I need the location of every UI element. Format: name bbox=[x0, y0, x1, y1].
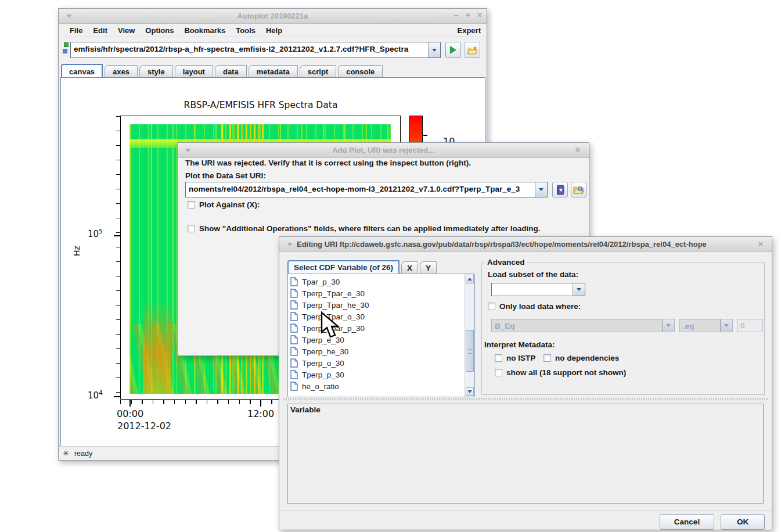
where-value-field[interactable]: 0 bbox=[737, 319, 763, 332]
uri-dropdown-button[interactable] bbox=[535, 182, 547, 197]
variable-tabs: Select CDF Variable (of 26) X Y bbox=[287, 260, 437, 274]
close-button[interactable]: × bbox=[573, 145, 583, 154]
only-load-where-checkbox[interactable] bbox=[488, 303, 495, 310]
scrollbar-thumb[interactable] bbox=[466, 330, 474, 372]
subset-dropdown-button[interactable] bbox=[573, 283, 585, 296]
tab[interactable]: style bbox=[139, 65, 173, 77]
where-op-value[interactable]: .eq bbox=[680, 319, 720, 332]
tab[interactable]: data bbox=[215, 65, 247, 77]
plot-against-checkbox-row[interactable]: Plot Against (X): bbox=[188, 200, 260, 209]
variable-list-item[interactable]: Tperp_Tpar_he_30 bbox=[290, 299, 474, 311]
tab[interactable]: canvas bbox=[61, 64, 103, 77]
tab[interactable]: metadata bbox=[249, 65, 298, 77]
tab[interactable]: console bbox=[338, 65, 383, 77]
list-scrollbar[interactable] bbox=[465, 274, 474, 397]
menu-item[interactable]: Tools bbox=[231, 25, 261, 36]
interpret-metadata-label: Interpret Metadata: bbox=[484, 340, 555, 349]
window-title: Autoplot 20190221a bbox=[59, 12, 487, 20]
menu-item[interactable]: File bbox=[64, 25, 88, 36]
y-axis-label: Hz bbox=[72, 246, 81, 256]
x-axis-date: 2012-12-02 bbox=[117, 420, 171, 432]
variable-list-item[interactable]: Tperp_Tpar_o_30 bbox=[290, 311, 474, 322]
show-operations-checkbox[interactable] bbox=[188, 225, 195, 232]
variable-list-item[interactable]: Tperp_he_30 bbox=[290, 346, 474, 357]
dataset-uri-input[interactable]: noments/rel04/2012/rbspa_rel04_ect-hope-… bbox=[186, 182, 535, 197]
x-tick-0000: 00:00 bbox=[117, 408, 143, 419]
menubar: FileEditViewOptionsBookmarksToolsHelp Ex… bbox=[59, 24, 487, 37]
tab[interactable]: axes bbox=[105, 65, 138, 77]
rejected-message: The URI was rejected. Verify that it is … bbox=[185, 159, 471, 167]
tab-select-cdf-variable[interactable]: Select CDF Variable (of 26) bbox=[287, 260, 400, 274]
x-tick-1200: 12:00 bbox=[247, 408, 274, 419]
dialog-titlebar[interactable]: Editing URI ftp://cdaweb.gsfc.nasa.gov/p… bbox=[279, 237, 772, 252]
window-menu-icon[interactable] bbox=[287, 243, 293, 246]
file-icon bbox=[290, 289, 298, 298]
where-field-value[interactable]: B_Eq bbox=[492, 319, 662, 332]
where-op-dropdown[interactable] bbox=[720, 319, 732, 332]
close-button[interactable]: × bbox=[477, 10, 482, 20]
uri-address-combo[interactable]: emfisis/hfr/spectra/2012/rbsp-a_hfr-spec… bbox=[70, 42, 441, 58]
no-istp-checkbox[interactable] bbox=[495, 354, 502, 362]
dialog-titlebar[interactable]: Add Plot, URI was rejected... × bbox=[178, 143, 589, 158]
no-dependencies-row[interactable]: no dependencies bbox=[544, 354, 619, 362]
variable-list-item[interactable]: Tperp_p_30 bbox=[290, 369, 474, 380]
tab-x[interactable]: X bbox=[401, 261, 418, 274]
maximize-button[interactable]: + bbox=[466, 10, 470, 20]
ok-button[interactable]: OK bbox=[721, 514, 765, 530]
plot-go-button[interactable] bbox=[445, 42, 461, 58]
folder-icon bbox=[467, 46, 478, 55]
tab[interactable]: script bbox=[300, 65, 336, 77]
split-pane-divider[interactable] bbox=[283, 398, 768, 401]
where-field-combo[interactable]: B_Eq bbox=[491, 319, 675, 332]
dialog-title: Add Plot, URI was rejected... bbox=[178, 146, 589, 154]
busy-spinner-icon: ✳ bbox=[63, 449, 69, 458]
uri-dropdown-button[interactable] bbox=[428, 42, 440, 57]
tab[interactable]: layout bbox=[175, 65, 213, 77]
cancel-button[interactable]: Cancel bbox=[660, 514, 714, 530]
menu-item[interactable]: Bookmarks bbox=[179, 25, 231, 36]
dataset-uri-combo[interactable]: noments/rel04/2012/rbspa_rel04_ect-hope-… bbox=[185, 182, 548, 197]
tab-y[interactable]: Y bbox=[420, 261, 437, 274]
show-operations-label: Show "Additional Operations" fields, whe… bbox=[199, 224, 540, 233]
cdf-variable-list[interactable]: Tpar_p_30 Tperp_Tpar_e_30 Tperp_Tpar_he_… bbox=[287, 274, 475, 397]
plot-against-checkbox[interactable] bbox=[188, 201, 195, 209]
only-load-where-label: Only load data where: bbox=[499, 302, 581, 311]
variable-list-item[interactable]: Tperp_Tpar_e_30 bbox=[290, 287, 474, 299]
no-dependencies-checkbox[interactable] bbox=[544, 354, 551, 362]
menu-item[interactable]: Options bbox=[140, 25, 179, 36]
titlebar[interactable]: Autoplot 20190221a – + × bbox=[59, 9, 487, 24]
menu-item[interactable]: View bbox=[113, 25, 140, 36]
variable-list-item[interactable]: Tpar_p_30 bbox=[290, 276, 474, 287]
scroll-down-button[interactable] bbox=[466, 387, 474, 396]
show-operations-checkbox-row[interactable]: Show "Additional Operations" fields, whe… bbox=[188, 224, 540, 233]
only-load-where-row[interactable]: Only load data where: bbox=[488, 302, 581, 311]
show-all-row[interactable]: show all (18 support not shown) bbox=[495, 368, 626, 377]
no-istp-row[interactable]: no ISTP bbox=[495, 354, 535, 362]
variable-list-item[interactable]: Tperp_Tpar_p_30 bbox=[290, 322, 474, 334]
file-icon bbox=[290, 370, 298, 379]
where-op-combo[interactable]: .eq bbox=[679, 319, 733, 332]
uri-input[interactable]: emfisis/hfr/spectra/2012/rbsp-a_hfr-spec… bbox=[71, 42, 428, 57]
variable-list-item[interactable]: Tperp_e_30 bbox=[290, 334, 474, 346]
inspect-button[interactable] bbox=[571, 182, 586, 197]
scroll-up-button[interactable] bbox=[466, 275, 474, 283]
variable-list-item[interactable]: he_o_ratio bbox=[290, 380, 474, 392]
expert-mode-label[interactable]: Expert bbox=[458, 26, 481, 35]
close-button[interactable]: × bbox=[755, 239, 766, 249]
menu-item[interactable]: Edit bbox=[88, 25, 113, 36]
subset-value[interactable] bbox=[492, 283, 573, 296]
advanced-legend: Advanced bbox=[485, 258, 527, 267]
play-icon bbox=[450, 46, 456, 54]
variable-panel-label: Variable bbox=[290, 405, 321, 414]
minimize-button[interactable]: – bbox=[454, 10, 459, 20]
toolbar: emfisis/hfr/spectra/2012/rbsp-a_hfr-spec… bbox=[59, 37, 487, 62]
menu-item[interactable]: Help bbox=[261, 25, 287, 36]
subset-combo[interactable] bbox=[491, 283, 585, 296]
variable-list-item[interactable]: Tperp_o_30 bbox=[290, 357, 474, 369]
bookmark-button[interactable] bbox=[552, 182, 568, 197]
where-field-dropdown[interactable] bbox=[662, 319, 674, 332]
open-file-button[interactable] bbox=[465, 42, 480, 58]
file-icon bbox=[290, 323, 298, 333]
show-all-checkbox[interactable] bbox=[495, 369, 502, 376]
plot-title: RBSP-A/EMFISIS HFR Spectra Data bbox=[120, 100, 401, 110]
